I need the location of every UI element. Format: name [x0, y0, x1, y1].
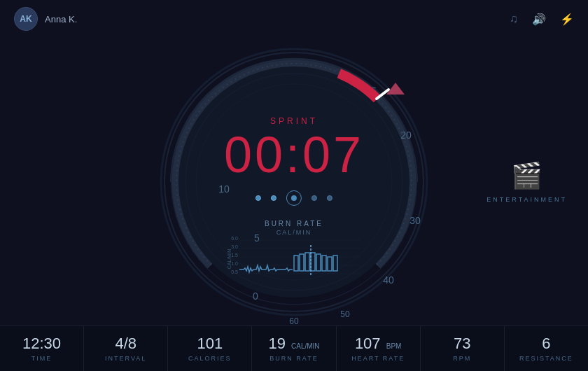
speedometer: 5 10 15 20 30 40 50 60 0 [147, 35, 441, 329]
volume-icon[interactable]: 🔊 [532, 13, 546, 26]
bluetooth-icon[interactable]: ⚡ [560, 13, 574, 26]
stat-resistance: 6 RESISTANCE [505, 326, 588, 371]
sprint-label: SPRINT [224, 116, 364, 126]
svg-text:1.0: 1.0 [231, 261, 238, 266]
resistance-label: RESISTANCE [519, 355, 573, 362]
stat-heart-rate: 107 BPM HEART RATE [337, 326, 421, 371]
burn-rate-section: BURN RATE CAL/MIN [224, 220, 364, 236]
interval-dots [224, 190, 364, 206]
burn-rate-chart: 6.0 3.0 1.5 1.0 0.5 CAL/MIN [224, 234, 364, 287]
main-content: 5 10 15 20 30 40 50 60 0 [0, 38, 588, 326]
stats-bar: 12:30 TIME 4/8 INTERVAL 101 CALORIES 19 … [0, 326, 588, 371]
username: Anna K. [45, 14, 77, 24]
burn-rate-label: BURN RATE [224, 220, 364, 227]
burn-rate-value: 19 CAL/MIN [268, 335, 319, 352]
entertainment-label: ENTERTAINMENT [486, 196, 567, 203]
time-value: 12:30 [22, 335, 61, 352]
interval-label: INTERVAL [105, 355, 146, 362]
film-icon: 🎬 [486, 161, 567, 190]
user-info: AK Anna K. [14, 7, 77, 31]
chart-area: 6.0 3.0 1.5 1.0 0.5 CAL/MIN [224, 234, 364, 287]
svg-text:50: 50 [340, 309, 350, 319]
stat-interval: 4/8 INTERVAL [84, 326, 168, 371]
calories-label: CALORIES [188, 355, 232, 362]
svg-text:CAL/MIN: CAL/MIN [227, 249, 232, 269]
burn-rate-unit: CAL/MIN [224, 229, 364, 236]
burn-rate-label: BURN RATE [270, 355, 318, 362]
music-icon[interactable]: ♫ [510, 13, 518, 25]
svg-text:40: 40 [383, 274, 394, 286]
timer-display: 00:07 [224, 130, 364, 180]
dot-5 [327, 195, 332, 201]
rpm-label: RPM [453, 355, 471, 362]
svg-text:0.5: 0.5 [231, 270, 238, 274]
dot-4 [312, 195, 317, 201]
dot-3 [286, 190, 302, 206]
svg-text:0: 0 [253, 290, 258, 302]
avatar: AK [14, 7, 38, 31]
dot-2 [271, 195, 276, 201]
resistance-value: 6 [542, 335, 550, 352]
svg-text:3.0: 3.0 [231, 244, 238, 249]
calories-value: 101 [197, 335, 223, 352]
header: AK Anna K. ♫ 🔊 ⚡ [0, 0, 588, 38]
heart-rate-label: HEART RATE [351, 355, 405, 362]
stat-calories: 101 CALORIES [168, 326, 252, 371]
stat-time: 12:30 TIME [0, 326, 84, 371]
time-label: TIME [31, 355, 52, 362]
center-content: SPRINT 00:07 BURN RATE CAL/MIN [224, 116, 364, 236]
dot-1 [255, 195, 261, 201]
entertainment-panel[interactable]: 🎬 ENTERTAINMENT [486, 161, 567, 203]
rpm-value: 73 [454, 335, 470, 352]
svg-text:1.5: 1.5 [231, 253, 238, 258]
stat-rpm: 73 RPM [421, 326, 505, 371]
svg-text:60: 60 [289, 316, 299, 326]
interval-value: 4/8 [115, 335, 136, 352]
header-icons: ♫ 🔊 ⚡ [510, 13, 574, 26]
stat-burn-rate: 19 CAL/MIN BURN RATE [252, 326, 336, 371]
svg-text:6.0: 6.0 [231, 236, 238, 241]
svg-text:30: 30 [410, 215, 421, 226]
heart-rate-value: 107 BPM [355, 335, 402, 352]
